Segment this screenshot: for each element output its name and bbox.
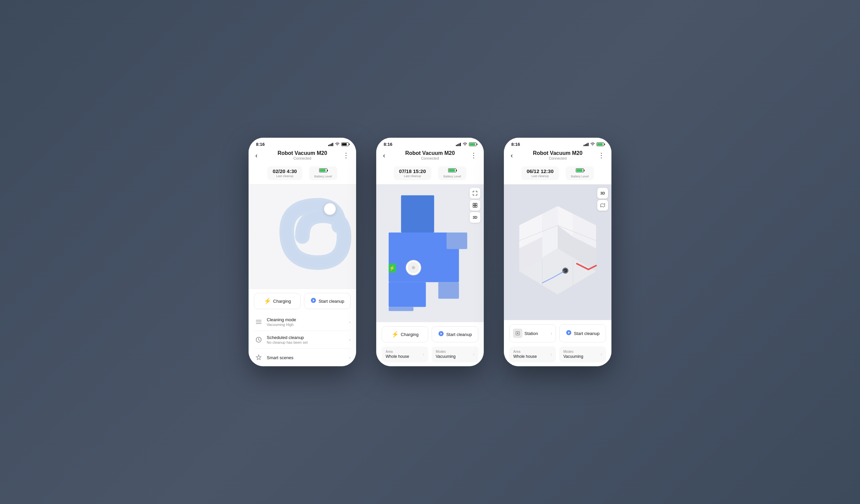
area-content-3: Area Whole house bbox=[513, 350, 537, 359]
battery-label-1: Battery Level bbox=[314, 175, 332, 178]
device-name-2: Robot Vacuum M20 bbox=[392, 150, 468, 156]
wifi-icon-3 bbox=[590, 142, 595, 146]
charging-icon-1: ⚡ bbox=[264, 297, 271, 305]
svg-rect-15 bbox=[475, 206, 477, 207]
map-area-3: 3D bbox=[504, 185, 612, 320]
map-ctrl-grid-2[interactable] bbox=[470, 200, 481, 211]
smart-scenes-title-1: Smart scenes bbox=[267, 355, 349, 360]
cleaning-mode-subtitle-1: Vacuuming High bbox=[267, 322, 349, 327]
action-buttons-3: Station › Start cleanup bbox=[504, 320, 612, 346]
bottom-section-2: ⚡ Charging Start cleanup Area Wh bbox=[376, 322, 484, 366]
area-item-2[interactable]: Area Whole house › bbox=[382, 346, 428, 362]
map-ctrl-3d-2[interactable]: 3D bbox=[470, 212, 481, 223]
map-controls-2: 3D bbox=[470, 188, 481, 223]
area-label-3: Area bbox=[513, 350, 537, 354]
map-ctrl-3d-toggle-3[interactable]: 3D bbox=[597, 188, 608, 199]
area-arrow-3: › bbox=[550, 352, 552, 357]
phone-3: 8:16 ‹ Robot Vacuum M20 bbox=[504, 138, 612, 366]
scheduled-cleanup-icon-1 bbox=[254, 335, 263, 344]
info-bar-1: 02/20 4:30 Last cleanup Battery Level bbox=[248, 164, 356, 185]
status-bar-1: 8:16 bbox=[248, 138, 356, 149]
svg-text:⚡: ⚡ bbox=[389, 265, 396, 271]
modes-content-3: Modes Vacuuming bbox=[563, 350, 583, 359]
back-button-1[interactable]: ‹ bbox=[255, 152, 265, 159]
area-value-2: Whole house bbox=[386, 354, 409, 359]
modes-item-2[interactable]: Modes Vacuuming › bbox=[432, 346, 478, 362]
start-cleanup-label-3: Start cleanup bbox=[574, 331, 600, 336]
header-title-3: Robot Vacuum M20 Connected bbox=[520, 150, 595, 160]
area-content-2: Area Whole house bbox=[386, 350, 409, 359]
area-modes-row-2: Area Whole house › Modes Vacuuming › bbox=[376, 346, 484, 366]
svg-rect-14 bbox=[473, 206, 475, 207]
header-3: ‹ Robot Vacuum M20 Connected ⋮ bbox=[504, 149, 612, 164]
header-1: ‹ Robot Vacuum M20 Connected ⋮ bbox=[248, 149, 356, 164]
scheduled-cleanup-item-1[interactable]: Scheduled cleanup No cleanup has been se… bbox=[254, 331, 351, 349]
battery-indicator-2 bbox=[448, 168, 456, 172]
phone-1: 8:16 ‹ Robot Vacuum M20 bbox=[248, 138, 356, 366]
svg-rect-12 bbox=[473, 203, 475, 205]
spiral-map-1 bbox=[248, 185, 356, 289]
last-cleanup-value-3: 06/12 12:30 bbox=[527, 168, 554, 174]
battery-info-2: Battery Level bbox=[438, 166, 467, 180]
station-icon-3 bbox=[513, 329, 522, 338]
floor-plan-3d-svg bbox=[504, 185, 612, 320]
last-cleanup-info-3: 06/12 12:30 Last cleanup bbox=[521, 166, 559, 180]
smart-scenes-content-1: Smart scenes bbox=[267, 355, 349, 360]
map-ctrl-resize-2[interactable] bbox=[470, 188, 481, 199]
status-bar-2: 8:16 bbox=[376, 138, 484, 149]
more-button-3[interactable]: ⋮ bbox=[595, 151, 605, 159]
cleaning-mode-icon-1 bbox=[254, 317, 263, 327]
back-button-2[interactable]: ‹ bbox=[383, 152, 392, 159]
area-item-3[interactable]: Area Whole house › bbox=[509, 346, 556, 362]
smart-scenes-arrow-1: › bbox=[349, 355, 351, 360]
cleanup-icon-3 bbox=[566, 330, 572, 337]
start-cleanup-button-1[interactable]: Start cleanup bbox=[304, 293, 351, 309]
connection-status-2: Connected bbox=[392, 156, 468, 160]
start-cleanup-label-2: Start cleanup bbox=[446, 332, 472, 337]
start-cleanup-label-1: Start cleanup bbox=[318, 299, 344, 304]
cleanup-icon-1 bbox=[311, 297, 316, 305]
charging-button-1[interactable]: ⚡ Charging bbox=[254, 293, 301, 309]
header-title-2: Robot Vacuum M20 Connected bbox=[392, 150, 468, 160]
charging-button-2[interactable]: ⚡ Charging bbox=[382, 326, 428, 342]
area-label-2: Area bbox=[386, 350, 409, 354]
wifi-icon-1 bbox=[335, 142, 340, 146]
more-button-1[interactable]: ⋮ bbox=[340, 151, 349, 159]
back-button-3[interactable]: ‹ bbox=[511, 152, 520, 159]
start-cleanup-button-2[interactable]: Start cleanup bbox=[432, 326, 478, 342]
floor-plan-svg-2: ⚡ bbox=[376, 185, 484, 322]
charging-icon-2: ⚡ bbox=[391, 331, 399, 338]
modes-label-2: Modes bbox=[436, 350, 456, 354]
cleanup-icon-2 bbox=[438, 331, 444, 338]
cleaning-mode-content-1: Cleaning mode Vacuuming High bbox=[267, 317, 349, 327]
phone-2: 8:16 ‹ Robot Vacuum M20 bbox=[376, 138, 484, 366]
cleaning-mode-title-1: Cleaning mode bbox=[267, 317, 349, 322]
modes-item-3[interactable]: Modes Vacuuming › bbox=[559, 346, 606, 362]
smart-scenes-item-1[interactable]: Smart scenes › bbox=[254, 349, 351, 366]
menu-items-1: Cleaning mode Vacuuming High › Scheduled… bbox=[248, 313, 356, 366]
area-value-3: Whole house bbox=[513, 354, 537, 359]
bottom-section-3: Station › Start cleanup Area Who bbox=[504, 320, 612, 366]
last-cleanup-info-1: 02/20 4:30 Last cleanup bbox=[268, 166, 302, 180]
modes-content-2: Modes Vacuuming bbox=[436, 350, 456, 359]
scheduled-cleanup-title-1: Scheduled cleanup bbox=[267, 335, 349, 340]
station-button-3[interactable]: Station › bbox=[509, 324, 556, 342]
more-button-2[interactable]: ⋮ bbox=[468, 151, 477, 159]
map-controls-3: 3D bbox=[597, 188, 608, 211]
cleaning-mode-item-1[interactable]: Cleaning mode Vacuuming High › bbox=[254, 313, 351, 331]
status-time-2: 8:16 bbox=[384, 142, 392, 147]
last-cleanup-info-2: 07/18 15:20 Last cleanup bbox=[394, 166, 431, 180]
area-modes-row-3: Area Whole house › Modes Vacuuming › bbox=[504, 346, 612, 366]
status-time-1: 8:16 bbox=[256, 142, 265, 147]
phones-container: 8:16 ‹ Robot Vacuum M20 bbox=[248, 138, 612, 366]
status-time-3: 8:16 bbox=[511, 142, 520, 147]
status-icons-2 bbox=[456, 142, 476, 146]
map-ctrl-map-3[interactable] bbox=[597, 200, 608, 211]
map-area-1 bbox=[248, 185, 356, 289]
battery-icon-2 bbox=[469, 142, 476, 146]
info-bar-2: 07/18 15:20 Last cleanup Battery Level bbox=[376, 164, 484, 185]
svg-rect-13 bbox=[475, 203, 477, 205]
modes-arrow-3: › bbox=[601, 352, 602, 357]
start-cleanup-button-3[interactable]: Start cleanup bbox=[559, 324, 606, 342]
connection-status-3: Connected bbox=[520, 156, 595, 160]
